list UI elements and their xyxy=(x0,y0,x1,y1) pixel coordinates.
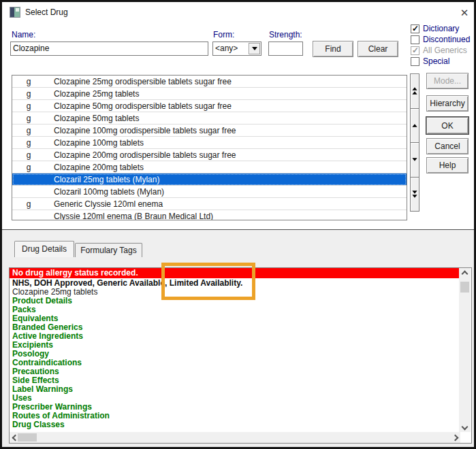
checkbox-label: Special xyxy=(423,56,449,66)
details-section: Drug Details Formulary Tags No drug alle… xyxy=(2,230,474,447)
list-scrollbar xyxy=(410,73,419,212)
name-label: Name: xyxy=(12,30,35,39)
drug-details-panel: No drug allergy status recorded. NHS, DO… xyxy=(9,267,472,444)
link-contraindications[interactable]: Contraindications xyxy=(12,359,455,367)
form-select-value: <any> xyxy=(215,44,238,53)
form-select[interactable]: <any> xyxy=(212,41,261,56)
list-item[interactable]: gClozapine 25mg tablets xyxy=(12,88,407,100)
link-product-details[interactable]: Product Details xyxy=(12,297,455,305)
drug-name: Clozapine 100mg orodispersible tablets s… xyxy=(45,126,236,135)
scroll-down-button[interactable] xyxy=(411,143,419,178)
drug-name: Clozapine 200mg tablets xyxy=(45,163,144,172)
drug-name: Clozaril 100mg tablets (Mylan) xyxy=(45,187,164,197)
scroll-page-down-button[interactable] xyxy=(411,178,419,212)
checkbox-discontinued[interactable]: Discontinued xyxy=(411,35,470,44)
double-down-arrow-icon xyxy=(412,190,417,194)
list-item[interactable]: gClozapine 100mg orodispersible tablets … xyxy=(12,124,407,137)
drug-name: Clozapine 50mg tablets xyxy=(45,114,139,123)
list-item[interactable]: Clyssie 120ml enema (B Braun Medical Ltd… xyxy=(12,210,407,220)
select-drug-dialog: Select Drug ✕ Name: Form: Strength: Cloz… xyxy=(0,0,476,449)
link-active-ingredients[interactable]: Active Ingredients xyxy=(12,332,455,341)
form-label: Form: xyxy=(213,30,234,39)
vertical-scroll-thumb[interactable] xyxy=(460,282,469,293)
horizontal-scroll-thumb[interactable] xyxy=(18,433,37,442)
link-side-effects[interactable]: Side Effects xyxy=(12,376,455,385)
generic-flag: g xyxy=(12,114,45,123)
generic-flag: g xyxy=(12,138,45,148)
scroll-up-button[interactable] xyxy=(411,109,419,144)
list-item[interactable]: gClozapine 200mg tablets xyxy=(12,161,407,173)
drug-name: Clyssie 120ml enema (B Braun Medical Ltd… xyxy=(45,212,213,221)
ok-button[interactable]: OK xyxy=(426,117,469,134)
scroll-page-up-button[interactable] xyxy=(411,74,419,109)
checkbox-icon xyxy=(411,24,419,33)
scroll-down-button[interactable] xyxy=(459,421,470,432)
scroll-up-button[interactable] xyxy=(459,268,470,279)
chevron-down-icon xyxy=(461,423,468,430)
generic-flag: g xyxy=(12,199,45,209)
scroll-right-button[interactable] xyxy=(449,432,460,443)
close-icon[interactable]: ✕ xyxy=(457,6,472,20)
checkbox-dictionary[interactable]: Dictionary xyxy=(411,24,459,33)
checkbox-icon xyxy=(411,35,419,44)
drug-list: gClozapine 25mg orodispersible tablets s… xyxy=(12,75,407,220)
chevron-down-icon xyxy=(252,47,257,50)
drug-name: Clozaril 25mg tablets (Mylan) xyxy=(45,175,159,184)
list-item-selected[interactable]: Clozaril 25mg tablets (Mylan) xyxy=(12,173,407,186)
checkbox-all-generics: All Generics xyxy=(411,46,467,55)
link-precautions[interactable]: Precautions xyxy=(12,367,455,376)
list-item[interactable]: gClozapine 50mg orodispersible tablets s… xyxy=(12,100,407,112)
list-item[interactable]: gClozapine 200mg orodispersible tablets … xyxy=(12,149,407,161)
drug-name: Clozapine 25mg tablets xyxy=(45,89,139,99)
link-excipients[interactable]: Excipients xyxy=(12,341,455,350)
form-dropdown-button[interactable] xyxy=(249,43,260,54)
chevron-up-icon xyxy=(461,270,468,277)
mode-button: Mode... xyxy=(426,73,469,89)
down-arrow-icon xyxy=(412,159,417,162)
details-vertical-scrollbar[interactable] xyxy=(459,268,471,432)
list-item[interactable]: gClozapine 50mg tablets xyxy=(12,112,407,124)
drug-name: Clozapine 50mg orodispersible tablets su… xyxy=(45,101,232,111)
list-item[interactable]: Clozaril 100mg tablets (Mylan) xyxy=(12,186,407,198)
generic-flag: g xyxy=(12,163,45,172)
checkbox-label: Dictionary xyxy=(423,24,459,33)
hierarchy-button[interactable]: Hierarchy xyxy=(426,95,469,112)
clear-button[interactable]: Clear xyxy=(358,41,398,57)
checkbox-label: All Generics xyxy=(423,46,467,55)
window-title: Select Drug xyxy=(25,7,68,17)
link-drug-classes[interactable]: Drug Classes xyxy=(12,420,455,429)
app-icon xyxy=(10,7,20,18)
checkbox-icon xyxy=(411,46,419,55)
link-packs[interactable]: Packs xyxy=(12,305,455,314)
title-bar: Select Drug ✕ xyxy=(2,2,474,22)
double-up-arrow-icon xyxy=(412,92,417,95)
double-down-arrow-icon xyxy=(412,195,417,198)
allergy-status-banner: No drug allergy status recorded. xyxy=(10,268,460,278)
checkbox-label: Discontinued xyxy=(423,35,470,44)
up-arrow-icon xyxy=(412,124,417,127)
drug-name: Clozapine 100mg tablets xyxy=(45,138,144,148)
double-up-arrow-icon xyxy=(412,88,417,91)
find-button[interactable]: Find xyxy=(313,41,353,57)
strength-input[interactable] xyxy=(268,41,303,56)
checkbox-special[interactable]: Special xyxy=(411,56,449,66)
link-routes-of-administration[interactable]: Routes of Administration xyxy=(12,412,455,420)
tab-formulary-tags[interactable]: Formulary Tags xyxy=(75,243,142,257)
list-item[interactable]: gClozapine 25mg orodispersible tablets s… xyxy=(12,76,407,88)
help-button[interactable]: Help xyxy=(426,157,469,173)
drug-name: Clozapine 25mg orodispersible tablets su… xyxy=(45,77,232,86)
strength-label: Strength: xyxy=(269,30,302,39)
list-item[interactable]: gGeneric Clyssie 120ml enema xyxy=(12,198,407,210)
details-text: NHS, DOH Approved, Generic Available, Li… xyxy=(12,279,455,429)
link-label-warnings[interactable]: Label Warnings xyxy=(12,385,455,394)
cancel-button[interactable]: Cancel xyxy=(426,138,469,154)
generic-flag: g xyxy=(12,89,45,99)
selected-drug-name: Clozapine 25mg tablets xyxy=(12,288,455,297)
list-item[interactable]: gClozapine 100mg tablets xyxy=(12,137,407,149)
tab-drug-details[interactable]: Drug Details xyxy=(14,241,74,257)
details-horizontal-scrollbar[interactable] xyxy=(10,432,460,443)
chevron-right-icon xyxy=(451,434,458,441)
name-input[interactable]: Clozapine xyxy=(10,41,208,56)
checkbox-icon xyxy=(411,57,419,66)
generic-flag: g xyxy=(12,150,45,160)
